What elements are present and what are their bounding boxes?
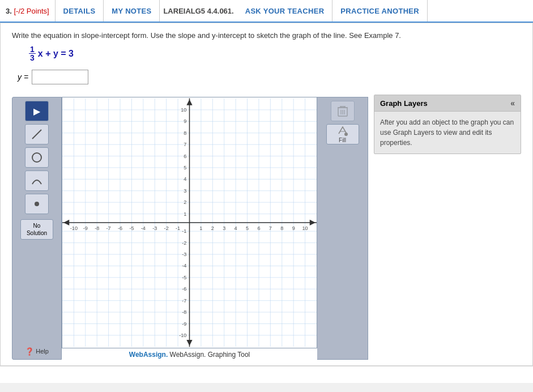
graph-caption-brand: WebAssign. <box>129 351 168 359</box>
answer-row: y = <box>18 70 521 84</box>
svg-text:-3: -3 <box>152 225 157 231</box>
svg-text:-4: -4 <box>182 263 186 269</box>
no-solution-label: NoSolution <box>27 223 47 236</box>
tool-circle[interactable] <box>25 147 49 168</box>
svg-text:-2: -2 <box>164 225 169 231</box>
svg-text:6: 6 <box>184 154 186 159</box>
help-icon: ❓ <box>25 347 34 356</box>
svg-text:-5: -5 <box>129 225 134 231</box>
svg-text:-3: -3 <box>182 252 186 257</box>
svg-text:8: 8 <box>280 225 283 231</box>
svg-text:1: 1 <box>199 225 202 231</box>
svg-point-1 <box>32 153 41 162</box>
svg-text:5: 5 <box>246 225 249 231</box>
graph-area: ▶ NoSolution ❓ Help <box>12 97 368 360</box>
fraction-denominator: 3 <box>29 54 36 62</box>
top-bar: 3. [-/2 Points] DETAILS MY NOTES LAREIAL… <box>0 0 533 23</box>
fill-button[interactable]: Fill <box>326 124 359 144</box>
svg-text:6: 6 <box>257 225 260 231</box>
svg-text:3: 3 <box>223 225 225 231</box>
tool-line[interactable] <box>25 124 49 144</box>
layers-body: After you add an object to the graph you… <box>374 112 521 154</box>
fraction: 1 3 <box>29 45 36 62</box>
fraction-numerator: 1 <box>29 45 36 54</box>
main-content: Write the equation in slope-intercept fo… <box>0 23 533 366</box>
svg-text:-4: -4 <box>141 225 146 231</box>
svg-text:10: 10 <box>181 107 186 113</box>
tool-select[interactable]: ▶ <box>25 101 49 121</box>
equation-display: 1 3 x + y = 3 <box>29 45 521 62</box>
svg-line-0 <box>32 130 41 139</box>
problem-instruction: Write the equation in slope-intercept fo… <box>12 31 521 40</box>
svg-text:9: 9 <box>292 225 295 231</box>
svg-text:8: 8 <box>184 130 186 136</box>
points-text: [-/2 Points] <box>14 7 49 15</box>
svg-text:-9: -9 <box>182 321 186 327</box>
svg-point-2 <box>35 202 39 206</box>
bottom-border <box>0 366 533 383</box>
tool-point[interactable] <box>25 194 49 214</box>
svg-text:7: 7 <box>184 142 186 147</box>
svg-text:-6: -6 <box>182 286 186 292</box>
tab-my-notes[interactable]: MY NOTES <box>104 0 160 22</box>
help-link[interactable]: ❓ Help <box>25 319 49 356</box>
answer-input[interactable] <box>32 70 88 84</box>
svg-text:-2: -2 <box>182 240 186 246</box>
svg-text:4: 4 <box>234 225 237 231</box>
left-toolbar: ▶ NoSolution ❓ Help <box>12 97 62 360</box>
graph-canvas[interactable]: -10 -9 -8 -7 -6 -5 -4 -3 -2 -1 1 2 <box>62 97 317 348</box>
svg-text:9: 9 <box>184 118 186 124</box>
svg-text:4: 4 <box>184 176 186 182</box>
svg-text:-7: -7 <box>106 225 111 231</box>
help-label: Help <box>36 348 49 355</box>
svg-text:7: 7 <box>269 225 272 231</box>
svg-text:3: 3 <box>184 188 186 194</box>
tab-ask-teacher[interactable]: ASK YOUR TEACHER <box>237 0 333 22</box>
svg-text:-10: -10 <box>179 333 186 338</box>
svg-point-100 <box>344 133 348 136</box>
equation-rest: x + y = 3 <box>38 49 74 59</box>
layers-panel: Graph Layers « After you add an object t… <box>374 95 521 154</box>
svg-text:2: 2 <box>211 225 214 231</box>
problem-number: 3. [-/2 Points] <box>0 0 56 22</box>
svg-text:-6: -6 <box>118 225 122 231</box>
fill-label: Fill <box>339 137 346 143</box>
svg-text:2: 2 <box>184 199 186 205</box>
answer-label: y = <box>18 73 28 82</box>
svg-text:-9: -9 <box>83 225 88 231</box>
delete-button[interactable] <box>331 101 355 121</box>
svg-text:5: 5 <box>184 165 186 171</box>
graph-caption: WebAssign. WebAssign. Graphing Tool <box>62 348 317 360</box>
svg-text:10: 10 <box>302 225 308 231</box>
svg-text:-8: -8 <box>182 309 186 315</box>
graph-svg: -10 -9 -8 -7 -6 -5 -4 -3 -2 -1 1 2 <box>62 97 317 348</box>
right-panel: Fill <box>317 97 368 360</box>
graph-caption-text: WebAssign. Graphing Tool <box>170 351 250 359</box>
layers-header: Graph Layers « <box>374 95 521 112</box>
tab-details[interactable]: DETAILS <box>56 0 104 22</box>
tool-curve[interactable] <box>25 171 49 191</box>
svg-text:-8: -8 <box>95 225 99 231</box>
svg-text:-1: -1 <box>176 225 180 231</box>
layers-description: After you add an object to the graph you… <box>380 118 514 147</box>
svg-text:-1: -1 <box>182 228 186 234</box>
problem-id-label: LAREIALG5 4.4.061. <box>160 0 237 22</box>
svg-text:-10: -10 <box>70 225 78 231</box>
layers-collapse-button[interactable]: « <box>510 99 515 108</box>
no-solution-button[interactable]: NoSolution <box>20 219 53 240</box>
layers-title: Graph Layers <box>380 99 428 108</box>
tab-practice-another[interactable]: PRACTICE ANOTHER <box>332 0 428 22</box>
problem-num-text: 3. <box>6 7 12 15</box>
svg-text:1: 1 <box>184 211 186 217</box>
svg-text:-5: -5 <box>182 275 186 280</box>
svg-text:-7: -7 <box>182 298 186 304</box>
